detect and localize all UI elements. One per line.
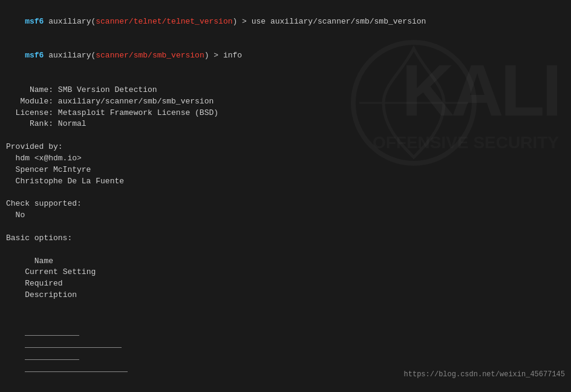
- msf-word-1: msf6: [25, 17, 44, 26]
- line-check-label: Check supported:: [6, 198, 565, 210]
- line-name: Name: SMB Version Detection: [6, 85, 565, 96]
- terminal: KALI OFFENSIVE SECURITY msf6 auxiliary(s…: [0, 0, 571, 392]
- line-empty-2: [6, 130, 565, 142]
- line-rank: Rank: Normal: [6, 119, 565, 130]
- module-telnet: scanner/telnet/telnet_version: [96, 17, 232, 26]
- line-basic-options: Basic options:: [6, 233, 565, 244]
- module-smb-1: scanner/smb/smb_version: [96, 51, 204, 60]
- line-empty-1: [6, 73, 565, 85]
- line-provided: Provided by:: [6, 142, 565, 153]
- line-license: License: Metasploit Framework License (B…: [6, 108, 565, 119]
- line-cmd1: msf6 auxiliary(scanner/telnet/telnet_ver…: [6, 5, 565, 39]
- line-author1: hdm <x@hdm.io>: [6, 153, 565, 165]
- line-rhosts: RHOSTS yes The target host(s), range CID…: [6, 384, 565, 392]
- line-check-value: No: [6, 210, 565, 221]
- line-col-headers: Name Current Setting Required Descriptio…: [6, 244, 565, 313]
- line-empty-4: [6, 221, 565, 233]
- line-empty-3: [6, 188, 565, 199]
- line-module: Module: auxiliary/scanner/smb/smb_versio…: [6, 96, 565, 108]
- line-cmd2: msf6 auxiliary(scanner/smb/smb_version) …: [6, 39, 565, 74]
- url-bar: https://blog.csdn.net/weixin_45677145: [404, 370, 565, 379]
- line-author3: Christophe De La Fuente: [6, 176, 565, 188]
- line-author2: Spencer McIntyre: [6, 165, 565, 176]
- msf-word-2: msf6: [25, 51, 44, 60]
